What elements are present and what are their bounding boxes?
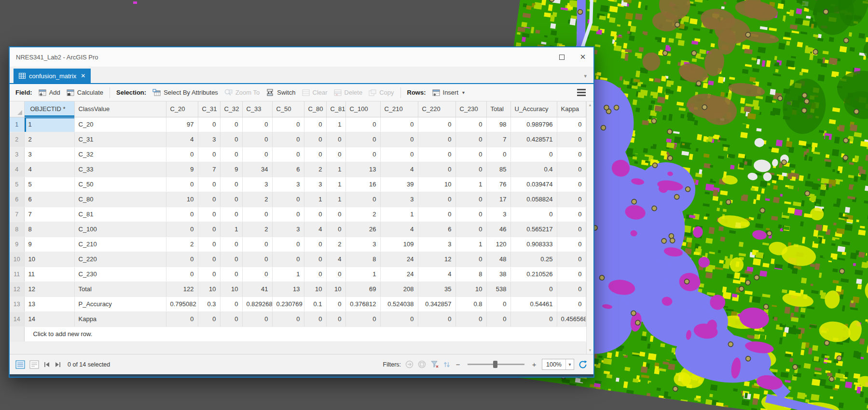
table-cell[interactable]: 11 — [24, 267, 74, 282]
table-cell[interactable]: 26 — [345, 222, 380, 237]
table-cell[interactable]: 10 — [418, 177, 455, 192]
table-cell[interactable]: 0 — [304, 207, 326, 222]
table-cell[interactable]: C_210 — [74, 237, 166, 252]
table-cell[interactable]: 0 — [242, 132, 272, 147]
tab-close-icon[interactable]: ✕ — [81, 72, 85, 79]
zoom-slider-thumb[interactable] — [493, 361, 497, 368]
table-cell[interactable]: 0 — [272, 192, 304, 207]
table-cell[interactable]: 1 — [326, 162, 345, 177]
table-cell[interactable]: 0 — [380, 311, 418, 326]
table-cell[interactable]: 0.210526 — [510, 267, 557, 282]
table-cell[interactable]: C_31 — [74, 132, 166, 147]
switch-selection-button[interactable]: Switch — [266, 89, 295, 96]
table-cell[interactable]: 35 — [418, 282, 455, 297]
table-cell[interactable]: 2 — [242, 222, 272, 237]
table-cell[interactable]: 0 — [557, 162, 586, 177]
table-cell[interactable]: 0 — [345, 192, 380, 207]
table-cell[interactable]: 0 — [220, 192, 242, 207]
table-cell[interactable]: 0 — [455, 252, 486, 267]
table-cell[interactable]: 1 — [326, 177, 345, 192]
table-cell[interactable]: 10 — [198, 282, 220, 297]
table-cell[interactable]: 0 — [345, 147, 380, 162]
table-cell[interactable]: 0.039474 — [510, 177, 557, 192]
table-cell[interactable]: 0 — [304, 132, 326, 147]
table-cell[interactable]: 0.1 — [304, 297, 326, 311]
table-cell[interactable]: 1 — [326, 192, 345, 207]
table-cell[interactable]: 1 — [304, 192, 326, 207]
table-cell[interactable]: 3 — [242, 177, 272, 192]
table-cell[interactable]: 0 — [380, 147, 418, 162]
table-cell[interactable]: 4 — [326, 252, 345, 267]
column-header-total[interactable]: Total — [486, 101, 510, 117]
table-cell[interactable]: 0 — [272, 147, 304, 162]
table-cell[interactable]: 24 — [380, 252, 418, 267]
table-cell[interactable]: 0 — [166, 147, 198, 162]
row-selector[interactable]: 9 — [10, 237, 24, 252]
row-selector[interactable]: 5 — [10, 177, 24, 192]
table-cell[interactable]: 4 — [166, 132, 198, 147]
add-field-button[interactable]: Add — [39, 89, 60, 96]
table-cell[interactable]: 2 — [166, 237, 198, 252]
table-cell[interactable]: 69 — [345, 282, 380, 297]
table-cell[interactable]: 76 — [486, 177, 510, 192]
menu-button[interactable] — [575, 87, 588, 98]
table-cell[interactable]: 0 — [418, 147, 455, 162]
column-header-c-33[interactable]: C_33 — [242, 101, 272, 117]
table-cell[interactable]: 0 — [242, 117, 272, 132]
table-cell[interactable]: 10 — [304, 282, 326, 297]
table-cell[interactable]: 2 — [345, 207, 380, 222]
table-cell[interactable]: 10 — [455, 282, 486, 297]
zoom-in-button[interactable]: + — [531, 360, 537, 368]
table-cell[interactable]: Kappa — [74, 311, 166, 326]
table-cell[interactable]: 39 — [380, 177, 418, 192]
table-cell[interactable]: 0.4 — [510, 162, 557, 177]
table-cell[interactable]: 0 — [510, 207, 557, 222]
table-cell[interactable]: 1 — [24, 117, 74, 132]
table-cell[interactable]: 122 — [166, 282, 198, 297]
column-header-classvalue[interactable]: ClassValue — [74, 101, 166, 117]
delete-selection-button[interactable]: Delete — [334, 89, 363, 96]
table-cell[interactable]: 0 — [455, 207, 486, 222]
add-new-row[interactable]: Click to add new row. — [24, 326, 586, 341]
table-cell[interactable]: 0 — [272, 207, 304, 222]
column-header-c-220[interactable]: C_220 — [418, 101, 455, 117]
table-cell[interactable]: 0 — [557, 267, 586, 282]
table-cell[interactable]: 0 — [557, 222, 586, 237]
table-cell[interactable]: 3 — [380, 192, 418, 207]
column-header-c-50[interactable]: C_50 — [272, 101, 304, 117]
table-cell[interactable]: 0 — [198, 311, 220, 326]
table-cell[interactable]: 13 — [345, 162, 380, 177]
table-cell[interactable]: 0 — [220, 117, 242, 132]
table-cell[interactable]: 13 — [24, 297, 74, 311]
table-cell[interactable]: 0 — [418, 311, 455, 326]
table-cell[interactable]: 0 — [345, 311, 380, 326]
table-cell[interactable]: 10 — [24, 252, 74, 267]
table-cell[interactable]: 0 — [272, 311, 304, 326]
table-cell[interactable]: 16 — [345, 177, 380, 192]
table-cell[interactable]: 0 — [455, 311, 486, 326]
column-header-c-20[interactable]: C_20 — [166, 101, 198, 117]
table-cell[interactable]: C_100 — [74, 222, 166, 237]
table-cell[interactable]: 41 — [242, 282, 272, 297]
table-cell[interactable]: 3 — [345, 237, 380, 252]
table-cell[interactable]: 0.3 — [198, 297, 220, 311]
table-cell[interactable]: 0.8 — [455, 297, 486, 311]
table-cell[interactable]: 1 — [455, 177, 486, 192]
table-cell[interactable]: 0 — [198, 237, 220, 252]
table-view-button[interactable] — [15, 360, 25, 369]
column-header-c-32[interactable]: C_32 — [220, 101, 242, 117]
table-cell[interactable]: 0 — [455, 192, 486, 207]
table-cell[interactable]: 1 — [272, 267, 304, 282]
table-cell[interactable]: 7 — [24, 207, 74, 222]
table-cell[interactable]: 0 — [486, 147, 510, 162]
table-cell[interactable]: 0 — [198, 177, 220, 192]
table-cell[interactable]: 0 — [557, 192, 586, 207]
table-cell[interactable]: 0 — [220, 177, 242, 192]
table-cell[interactable]: 0 — [455, 222, 486, 237]
table-cell[interactable]: 0 — [198, 192, 220, 207]
close-button[interactable]: ✕ — [572, 47, 593, 67]
sort-button[interactable] — [443, 361, 450, 368]
table-cell[interactable]: C_32 — [74, 147, 166, 162]
table-cell[interactable]: 0 — [557, 177, 586, 192]
table-cell[interactable]: 0 — [220, 147, 242, 162]
